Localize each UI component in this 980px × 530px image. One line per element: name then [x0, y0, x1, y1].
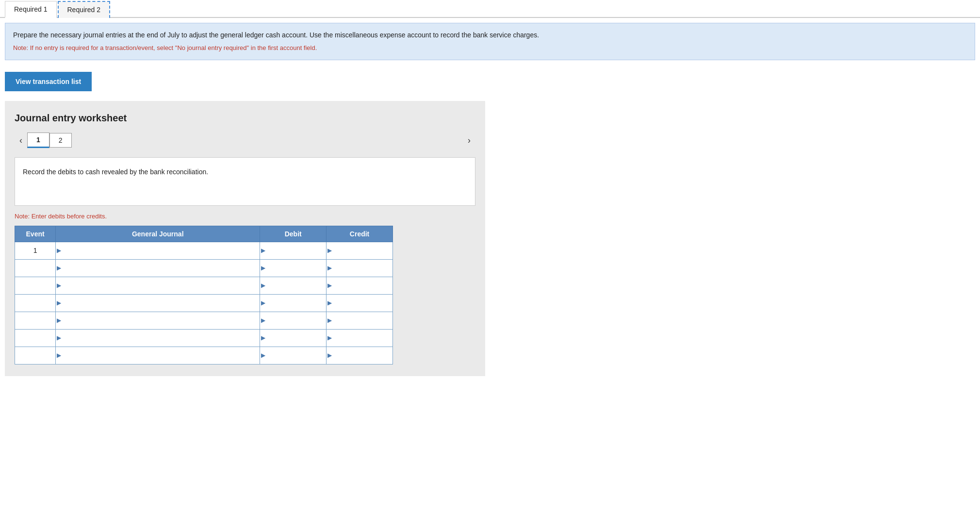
table-row-debit-0[interactable]: ▶ — [260, 242, 327, 259]
table-row-general-2[interactable]: ▶ — [56, 277, 260, 294]
instruction-main-text: Prepare the necessary journal entries at… — [13, 31, 539, 39]
tab-required1[interactable]: Required 1 — [5, 1, 57, 18]
table-row-credit-5[interactable]: ▶ — [327, 329, 393, 347]
table-row-debit-4[interactable]: ▶ — [260, 312, 327, 329]
cell-arrow-credit-2: ▶ — [327, 282, 332, 289]
header-credit: Credit — [327, 226, 393, 242]
input-credit-5[interactable] — [333, 330, 392, 347]
table-row-event-2 — [15, 277, 56, 294]
input-debit-5[interactable] — [267, 330, 326, 347]
cell-arrow-credit-6: ▶ — [327, 352, 332, 359]
header-debit: Debit — [260, 226, 327, 242]
table-row-debit-6[interactable]: ▶ — [260, 347, 327, 364]
instruction-box: Prepare the necessary journal entries at… — [5, 23, 975, 60]
table-row-event-1 — [15, 259, 56, 277]
input-general-journal-0[interactable] — [63, 242, 260, 259]
table-row-credit-6[interactable]: ▶ — [327, 347, 393, 364]
next-arrow[interactable]: › — [463, 132, 475, 149]
description-box: Record the debits to cash revealed by th… — [15, 157, 475, 206]
cell-arrow-credit-4: ▶ — [327, 317, 332, 324]
table-row-general-5[interactable]: ▶ — [56, 329, 260, 347]
worksheet-title: Journal entry worksheet — [15, 113, 475, 124]
cell-arrow-debit-0: ▶ — [261, 247, 265, 254]
input-credit-0[interactable] — [333, 242, 392, 259]
table-row-event-4 — [15, 312, 56, 329]
tab-page-2[interactable]: 2 — [49, 133, 72, 148]
table-row-event-0: 1 — [15, 242, 56, 259]
cell-arrow-gj-6: ▶ — [57, 352, 61, 359]
input-credit-3[interactable] — [333, 295, 392, 312]
cell-arrow-credit-3: ▶ — [327, 299, 332, 306]
tab-page-1[interactable]: 1 — [27, 132, 49, 148]
input-credit-4[interactable] — [333, 312, 392, 329]
header-event: Event — [15, 226, 56, 242]
table-row-credit-0[interactable]: ▶ — [327, 242, 393, 259]
table-row-general-1[interactable]: ▶ — [56, 259, 260, 277]
table-row-credit-4[interactable]: ▶ — [327, 312, 393, 329]
table-row-debit-5[interactable]: ▶ — [260, 329, 327, 347]
table-row-general-3[interactable]: ▶ — [56, 294, 260, 312]
cell-arrow-credit-1: ▶ — [327, 265, 332, 271]
tabs-row: Required 1 Required 2 — [0, 0, 980, 18]
cell-arrow-gj-0: ▶ — [57, 247, 61, 254]
cell-arrow-gj-3: ▶ — [57, 299, 61, 306]
input-general-journal-3[interactable] — [63, 295, 260, 312]
cell-arrow-credit-5: ▶ — [327, 334, 332, 341]
table-row-debit-1[interactable]: ▶ — [260, 259, 327, 277]
table-row-general-0[interactable]: ▶ — [56, 242, 260, 259]
table-row-debit-2[interactable]: ▶ — [260, 277, 327, 294]
table-row-general-6[interactable]: ▶ — [56, 347, 260, 364]
table-row-credit-2[interactable]: ▶ — [327, 277, 393, 294]
tab-required2[interactable]: Required 2 — [58, 1, 111, 18]
input-credit-2[interactable] — [333, 277, 392, 294]
input-debit-0[interactable] — [267, 242, 326, 259]
cell-arrow-debit-1: ▶ — [261, 265, 265, 271]
table-row-credit-1[interactable]: ▶ — [327, 259, 393, 277]
table-row-credit-3[interactable]: ▶ — [327, 294, 393, 312]
prev-arrow[interactable]: ‹ — [15, 132, 27, 149]
input-general-journal-2[interactable] — [63, 277, 260, 294]
input-general-journal-4[interactable] — [63, 312, 260, 329]
cell-arrow-debit-4: ▶ — [261, 317, 265, 324]
header-general-journal: General Journal — [56, 226, 260, 242]
view-transaction-button[interactable]: View transaction list — [5, 72, 92, 91]
cell-arrow-debit-6: ▶ — [261, 352, 265, 359]
input-debit-3[interactable] — [267, 295, 326, 312]
cell-arrow-gj-2: ▶ — [57, 282, 61, 289]
input-general-journal-6[interactable] — [63, 347, 260, 364]
cell-arrow-gj-5: ▶ — [57, 334, 61, 341]
nav-row: ‹ 1 2 › — [15, 132, 475, 149]
cell-arrow-gj-4: ▶ — [57, 317, 61, 324]
input-debit-1[interactable] — [267, 260, 326, 277]
input-debit-4[interactable] — [267, 312, 326, 329]
table-row-debit-3[interactable]: ▶ — [260, 294, 327, 312]
cell-arrow-gj-1: ▶ — [57, 265, 61, 271]
input-credit-1[interactable] — [333, 260, 392, 277]
cell-arrow-debit-2: ▶ — [261, 282, 265, 289]
input-general-journal-1[interactable] — [63, 260, 260, 277]
input-debit-2[interactable] — [267, 277, 326, 294]
input-general-journal-5[interactable] — [63, 330, 260, 347]
table-row-general-4[interactable]: ▶ — [56, 312, 260, 329]
table-row-event-6 — [15, 347, 56, 364]
input-credit-6[interactable] — [333, 347, 392, 364]
cell-arrow-credit-0: ▶ — [327, 247, 332, 254]
table-row-event-3 — [15, 294, 56, 312]
note-debits: Note: Enter debits before credits. — [15, 213, 475, 220]
table-row-event-5 — [15, 329, 56, 347]
input-debit-6[interactable] — [267, 347, 326, 364]
journal-table: Event General Journal Debit Credit 1▶▶▶▶… — [15, 226, 393, 364]
cell-arrow-debit-5: ▶ — [261, 334, 265, 341]
cell-arrow-debit-3: ▶ — [261, 299, 265, 306]
instruction-note: Note: If no entry is required for a tran… — [13, 43, 967, 53]
worksheet-container: Journal entry worksheet ‹ 1 2 › Record t… — [5, 101, 485, 376]
